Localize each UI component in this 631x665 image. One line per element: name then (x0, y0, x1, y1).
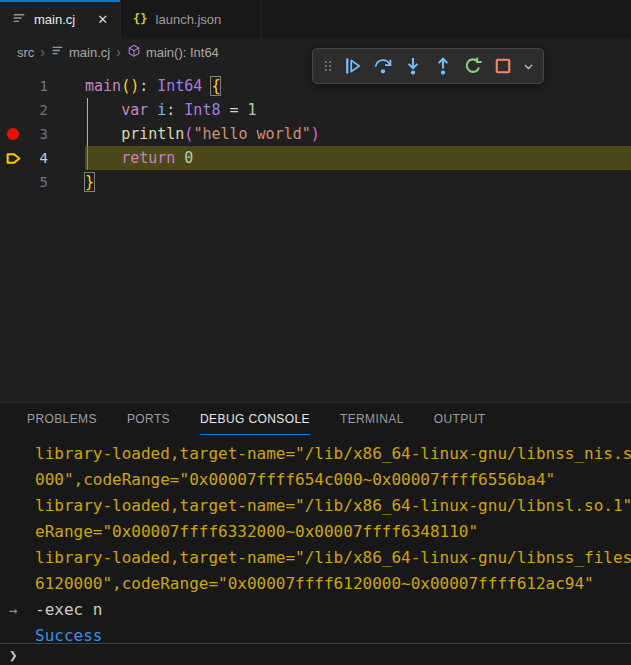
panel-tab-problems[interactable]: PROBLEMS (27, 403, 97, 435)
console-line: 000",codeRange="0x00007ffff654c000~0x000… (0, 467, 631, 493)
gutter-fold-area (48, 98, 85, 122)
chevron-down-icon[interactable] (520, 53, 536, 79)
code-text[interactable]: return 0 (85, 146, 193, 170)
code-text[interactable]: } (85, 170, 94, 194)
console-text: library-loaded,target-name="/lib/x86_64-… (35, 441, 631, 467)
close-icon[interactable]: ✕ (97, 12, 108, 27)
symbol-structure-icon (127, 44, 141, 61)
console-line: library-loaded,target-name="/lib/x86_64-… (0, 441, 631, 467)
line-number: 2 (26, 98, 48, 122)
breadcrumb-separator: › (116, 44, 121, 60)
console-text: library-loaded,target-name="/lib/x86_64-… (35, 493, 631, 519)
breakpoint-gutter[interactable] (0, 74, 26, 98)
breadcrumb-main-symbol[interactable]: main(): Int64 (127, 44, 219, 61)
panel-tab-debug-console[interactable]: DEBUG CONSOLE (200, 403, 310, 435)
code-text[interactable]: main(): Int64 { (85, 74, 220, 98)
console-gutter (0, 519, 35, 545)
debug-toolbar (312, 48, 544, 84)
debug-console-output: library-loaded,target-name="/lib/x86_64-… (0, 435, 631, 643)
console-text: Success (35, 623, 631, 643)
file-lines-icon (12, 11, 26, 28)
bottom-panel: PROBLEMSPORTSDEBUG CONSOLETERMINALOUTPUT… (0, 402, 631, 665)
gutter-fold-area (48, 146, 85, 170)
breakpoint-gutter[interactable] (0, 170, 26, 194)
step-over-icon[interactable] (370, 53, 396, 79)
console-line: eRange="0x00007ffff6332000~0x00007ffff63… (0, 519, 631, 545)
line-number: 1 (26, 74, 48, 98)
console-gutter (0, 571, 35, 597)
gutter-fold-area (48, 170, 85, 194)
breadcrumb-separator: › (40, 44, 45, 60)
current-line-arrow-icon (5, 150, 22, 167)
panel-tab-output[interactable]: OUTPUT (434, 403, 486, 435)
console-line: library-loaded,target-name="/lib/x86_64-… (0, 545, 631, 571)
code-line-3[interactable]: 3 println("hello world") (0, 122, 631, 146)
console-line: Success (0, 623, 631, 643)
breakpoint-gutter[interactable] (0, 98, 26, 122)
json-braces-icon: {} (133, 12, 147, 26)
breakpoint-gutter[interactable] (0, 146, 26, 170)
stop-icon[interactable] (490, 53, 516, 79)
line-number: 5 (26, 170, 48, 194)
tab-launch-json[interactable]: {} launch.json (121, 0, 262, 38)
code-text[interactable]: var i: Int8 = 1 (85, 98, 257, 122)
code-line-4[interactable]: 4 return 0 (0, 146, 631, 170)
code-line-5[interactable]: 5} (0, 170, 631, 194)
breadcrumb-src[interactable]: src (17, 45, 34, 60)
breakpoint-gutter[interactable] (0, 122, 26, 146)
line-number: 4 (26, 146, 48, 170)
console-gutter (0, 493, 35, 519)
tab-main-cj[interactable]: main.cj ✕ (0, 0, 121, 38)
console-text: library-loaded,target-name="/lib/x86_64-… (35, 545, 631, 571)
tab-label: launch.json (156, 12, 222, 27)
tab-label: main.cj (34, 12, 75, 27)
console-text: 000",codeRange="0x00007ffff654c000~0x000… (35, 467, 631, 493)
gutter-fold-area (48, 122, 85, 146)
panel-tab-bar: PROBLEMSPORTSDEBUG CONSOLETERMINALOUTPUT (0, 403, 631, 435)
console-line: 6120000",codeRange="0x00007ffff6120000~0… (0, 571, 631, 597)
console-gutter (0, 467, 35, 493)
line-number: 3 (26, 122, 48, 146)
console-prompt-icon: ❯ (9, 647, 17, 663)
code-line-2[interactable]: 2 var i: Int8 = 1 (0, 98, 631, 122)
console-gutter (0, 441, 35, 467)
continue-icon[interactable] (340, 53, 366, 79)
file-lines-icon (51, 44, 64, 60)
console-line-input-echo: →-exec n (0, 597, 631, 623)
panel-tab-ports[interactable]: PORTS (127, 403, 170, 435)
step-out-icon[interactable] (430, 53, 456, 79)
restart-icon[interactable] (460, 53, 486, 79)
console-gutter (0, 623, 35, 643)
drag-handle-icon[interactable] (320, 53, 336, 79)
vscode-window: main.cj ✕ {} launch.json src › main.cj › (0, 0, 631, 665)
code-text[interactable]: println("hello world") (85, 122, 320, 146)
console-text: 6120000",codeRange="0x00007ffff6120000~0… (35, 571, 631, 597)
breakpoint-icon[interactable] (7, 128, 19, 140)
console-text: -exec n (35, 597, 631, 623)
step-into-icon[interactable] (400, 53, 426, 79)
debug-console-input[interactable]: ❯ (0, 643, 631, 665)
console-gutter (0, 545, 35, 571)
breadcrumb-main-cj[interactable]: main.cj (51, 44, 110, 60)
code-editor[interactable]: 1main(): Int64 {2 var i: Int8 = 13 print… (0, 66, 631, 402)
panel-tab-terminal[interactable]: TERMINAL (340, 403, 404, 435)
arrow-right-icon: → (0, 597, 35, 623)
gutter-fold-area (48, 74, 85, 98)
console-text: eRange="0x00007ffff6332000~0x00007ffff63… (35, 519, 631, 545)
console-line: library-loaded,target-name="/lib/x86_64-… (0, 493, 631, 519)
editor-tab-bar: main.cj ✕ {} launch.json (0, 0, 631, 38)
